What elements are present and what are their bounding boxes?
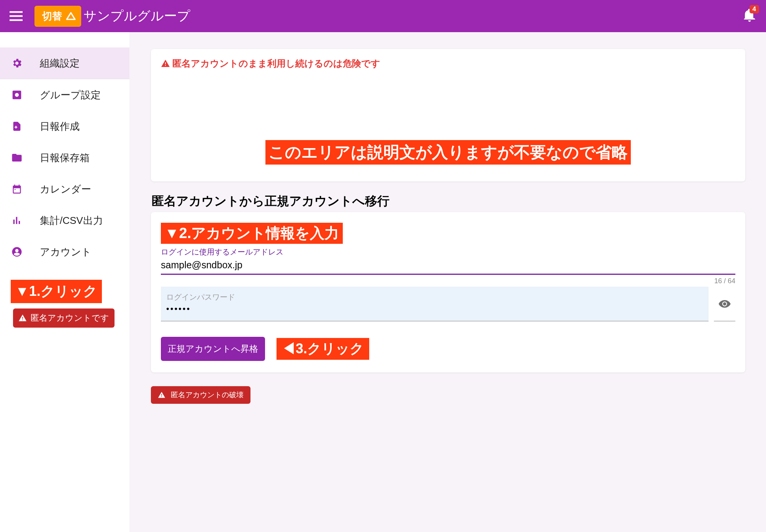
svg-rect-1	[10, 15, 23, 17]
sidebar-item-label: 日報保存箱	[40, 151, 90, 165]
sidebar-item-label: 集計/CSV出力	[40, 214, 103, 227]
switch-button[interactable]: 切替	[34, 6, 81, 27]
bar-chart-icon	[11, 214, 23, 227]
triangle-up-icon	[66, 12, 76, 20]
warning-icon	[18, 314, 27, 322]
destroy-account-button[interactable]: 匿名アカウントの破壊	[151, 386, 250, 404]
password-label: ログインパスワード	[166, 292, 703, 302]
switch-button-label: 切替	[42, 10, 62, 23]
sidebar-item-report-create[interactable]: 日報作成	[0, 111, 129, 142]
notifications-button[interactable]: 4	[744, 9, 755, 23]
section-title: 匿名アカウントから正規アカウントへ移行	[152, 193, 745, 210]
eye-icon	[718, 297, 731, 310]
warning-icon	[161, 59, 170, 68]
group-title: サンプルグループ	[83, 7, 190, 25]
sidebar-item-report-box[interactable]: 日報保存箱	[0, 142, 129, 173]
promote-button-label: 正規アカウントへ昇格	[168, 344, 258, 354]
annotation-step3: ◀3.クリック	[277, 338, 369, 360]
app-header: 切替 サンプルグループ 4	[0, 0, 766, 32]
sidebar: 組織設定 グループ設定 日報作成 日報保存箱 カレンダー	[0, 32, 129, 532]
warning-card: 匿名アカウントのまま利用し続けるのは危険です このエリアは説明文が入りますが不要…	[151, 49, 745, 181]
sidebar-item-label: カレンダー	[40, 183, 91, 196]
folder-icon	[11, 152, 23, 164]
annotation-center-note: このエリアは説明文が入りますが不要なので省略	[265, 140, 631, 165]
menu-icon[interactable]	[8, 8, 24, 24]
gear-box-icon	[11, 89, 23, 101]
sidebar-item-csv[interactable]: 集計/CSV出力	[0, 205, 129, 236]
notification-badge: 4	[750, 5, 759, 13]
sidebar-item-org-settings[interactable]: 組織設定	[0, 47, 129, 79]
warning-icon	[158, 391, 165, 399]
annotation-step2: ▼2.アカウント情報を入力	[161, 223, 343, 244]
sidebar-item-group-settings[interactable]: グループ設定	[0, 79, 129, 111]
password-field[interactable]	[166, 304, 703, 314]
promote-button[interactable]: 正規アカウントへ昇格	[161, 337, 265, 361]
annotation-step1: ▼1.クリック	[11, 280, 102, 303]
anonymous-account-badge[interactable]: 匿名アカウントです	[13, 308, 115, 328]
toggle-password-visibility[interactable]	[714, 287, 735, 321]
svg-rect-2	[10, 20, 23, 21]
account-icon	[11, 246, 23, 258]
email-label: ログインに使用するメールアドレス	[161, 247, 735, 257]
sidebar-item-label: 日報作成	[40, 120, 80, 133]
anonymous-account-badge-label: 匿名アカウントです	[31, 312, 109, 324]
gear-icon	[11, 57, 23, 69]
sidebar-item-label: 組織設定	[40, 57, 80, 70]
sidebar-item-label: アカウント	[40, 245, 92, 259]
warning-line: 匿名アカウントのまま利用し続けるのは危険です	[161, 57, 735, 70]
calendar-icon	[11, 183, 23, 195]
upgrade-form: ▼2.アカウント情報を入力 ログインに使用するメールアドレス 16 / 64 ロ…	[151, 212, 745, 372]
email-counter: 16 / 64	[161, 277, 735, 285]
sidebar-item-account[interactable]: アカウント	[0, 236, 129, 268]
svg-rect-0	[10, 11, 23, 13]
main-content: 匿名アカウントのまま利用し続けるのは危険です このエリアは説明文が入りますが不要…	[129, 32, 766, 532]
destroy-account-label: 匿名アカウントの破壊	[171, 390, 244, 400]
email-field[interactable]	[161, 257, 735, 275]
sidebar-item-label: グループ設定	[40, 88, 101, 102]
sidebar-item-calendar[interactable]: カレンダー	[0, 173, 129, 205]
file-plus-icon	[11, 120, 23, 132]
